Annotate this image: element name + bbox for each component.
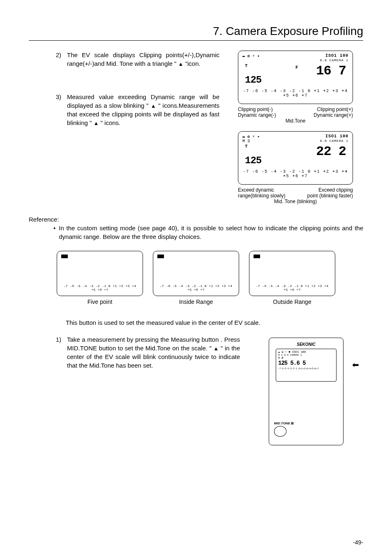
f-label: F — [295, 65, 298, 70]
reference-block: Reference: • In the custom setting mode … — [29, 215, 363, 241]
item-num: 3) — [51, 93, 61, 127]
midtone-button-area: MID.TONE ⊞ — [274, 421, 294, 437]
battery-icon — [254, 255, 260, 258]
iso-label: ISO1 100 — [325, 53, 348, 58]
item-num: 1) — [51, 335, 61, 370]
col-left-1: 2) The EV scale displays Clipping points… — [29, 51, 219, 212]
item-body: Take a measurement by pressing the Measu… — [67, 335, 240, 370]
camera-label: 0.0 CAMERA 1 — [320, 139, 348, 143]
ev-scale: -7 -6 -5 -4 -3 -2 -1 0 +1 +2 +3 +4 +5 +6… — [254, 284, 331, 292]
page-title: 7. Camera Exposure Profiling — [29, 25, 363, 41]
camera-label: 0.0 CAMERA 1 — [320, 58, 348, 62]
row-2: 1) Take a measurement by pressing the Me… — [29, 335, 363, 450]
mini-display-inside-range: -7 -6 -5 -4 -3 -2 -1 0 +1 +2 +3 +4 +5 +6… — [153, 251, 239, 305]
col-right-1: ▬ ✿ ⚡ ✦ ISO1 100 0.0 CAMERA 1 T 125 F 16… — [228, 51, 363, 212]
text: "icon. — [183, 60, 200, 67]
reference-body: • In the custom setting mode (see page 4… — [29, 224, 363, 241]
aperture-val: 22 2 — [316, 144, 346, 166]
item-num: 2) — [51, 51, 61, 68]
lcd-values: T 125 22 2 — [242, 143, 348, 166]
dyn-minus: Dynamic range(-) — [238, 112, 295, 118]
battery-icon — [61, 255, 68, 258]
midtone-button-label: MID.TONE ⊞ — [274, 421, 294, 425]
screen-line: ▬ ✿ ⚡ ■ ISO1 100 — [278, 350, 334, 354]
lcd-icons: ▬ ✿ ⚡ ✦ — [242, 53, 260, 58]
ev-scale: -7 -6 -5 -4 -3 -2 -1 0 +1 +2 +3 +4 +5 +6… — [242, 169, 348, 178]
caption: Inside Range — [153, 299, 239, 305]
triangle-icon: ▲ — [213, 345, 219, 352]
iso-label: ISO1 100 — [325, 134, 348, 139]
device-screen: ▬ ✿ ⚡ ■ ISO1 100 M 1 0.0 CAMERA 1 T F 12… — [276, 349, 337, 382]
screen-line: M 1 0.0 CAMERA 1 — [278, 354, 334, 357]
caption: Five point — [57, 299, 143, 305]
item-body: Measured value exceeding Dynamic range w… — [67, 93, 219, 127]
ev-scale: -7 -6 -5 -4 -3 -2 -1 0 +1 +2 +3 +4 +5 +6… — [61, 284, 138, 292]
clip-plus: Clipping point(+) — [295, 107, 353, 112]
device-drawing: SEKONIC ▬ ✿ ⚡ ■ ISO1 100 M 1 0.0 CAMERA … — [261, 335, 351, 450]
exceed-clip: Exceed clipping — [295, 187, 353, 193]
arrow-left-icon: ⬅ — [352, 360, 359, 370]
lcd2-labels-row2: range(blinking slowly) point (blinking f… — [238, 193, 353, 199]
mid-tone-blinking: Mid. Tone (blinking) — [238, 199, 353, 204]
triangle-icon: ▲ — [151, 103, 157, 109]
page: 7. Camera Exposure Profiling 2) The EV s… — [0, 0, 392, 558]
device-outline: SEKONIC ▬ ✿ ⚡ ■ ISO1 100 M 1 0.0 CAMERA … — [269, 338, 344, 445]
col-right-2: SEKONIC ▬ ✿ ⚡ ■ ISO1 100 M 1 0.0 CAMERA … — [248, 335, 363, 450]
shutter-val: T 125 — [245, 63, 261, 86]
clip-minus: Clipping point(-) — [238, 107, 295, 112]
list-item-3: 3) Measured value exceeding Dynamic rang… — [51, 93, 219, 127]
triangle-icon: ▲ — [178, 61, 184, 67]
device-brand: SEKONIC — [269, 342, 343, 347]
mini-displays-row: -7 -6 -5 -4 -3 -2 -1 0 +1 +2 +3 +4 +5 +6… — [29, 251, 363, 305]
icon-row: ▬ ✿ ⚡ ✦ — [242, 134, 260, 139]
page-number: -49- — [353, 539, 363, 546]
reference-heading: Reference: — [29, 215, 363, 224]
mid-tone-label: Mid.Tone — [238, 118, 353, 124]
row-1: 2) The EV scale displays Clipping points… — [29, 51, 363, 212]
list-item-1b: 1) Take a measurement by pressing the Me… — [51, 335, 240, 370]
list-item-2: 2) The EV scale displays Clipping points… — [51, 51, 219, 68]
reference-text: In the custom setting mode (see page 40)… — [59, 224, 363, 241]
ev-scale: -7 -6 -5 -4 -3 -2 -1 0 +1 +2 +3 +4 +5 +6… — [157, 284, 235, 292]
midtone-button[interactable] — [274, 426, 286, 437]
mini-display-five-point: -7 -6 -5 -4 -3 -2 -1 0 +1 +2 +3 +4 +5 +6… — [57, 251, 143, 305]
lcd-values: T 125 F 16 7 — [242, 63, 348, 86]
exceed-dynamic: Exceed dynamic — [238, 187, 295, 193]
m-line: M 3 — [242, 139, 250, 144]
col-left-2: 1) Take a measurement by pressing the Me… — [51, 335, 240, 450]
caption: Outside Range — [249, 299, 335, 305]
lcd1-labels: Clipping point(-) Clipping point(+) — [238, 107, 353, 112]
bullet-icon: • — [53, 224, 55, 241]
aperture-val: 16 7 — [316, 63, 346, 86]
lcd2-labels: Exceed dynamic Exceed clipping — [238, 187, 353, 193]
shutter-val: T 125 — [245, 144, 261, 166]
triangle-icon: ▲ — [94, 120, 99, 126]
lcd1-labels-row2: Dynamic range(-) Dynamic range(+) — [238, 112, 353, 118]
screen-line: T F — [278, 357, 334, 360]
screen-scale: -7-6-5-4-3-2-1 0+1+2+3+4+5+6+7 — [278, 368, 334, 370]
item-body: The EV scale displays Clipping points(+/… — [67, 51, 219, 68]
lcd-icons: ▬ ✿ ⚡ ✦ M 3 — [242, 134, 260, 144]
exceed-clip-b: point (blinking faster) — [295, 193, 353, 199]
mini-display-outside-range: -7 -6 -5 -4 -3 -2 -1 0 +1 +2 +3 +4 +5 +6… — [249, 251, 335, 305]
battery-icon — [157, 255, 164, 258]
ev-scale: -7 -6 -5 -4 -3 -2 -1 0 +1 +2 +3 +4 +5 +6… — [242, 89, 348, 98]
screen-line: 125 5.6 5 — [278, 360, 334, 366]
dyn-plus: Dynamic range(+) — [295, 112, 353, 118]
lcd-display-2: ▬ ✿ ⚡ ✦ M 3 ISO1 100 0.0 CAMERA 1 T 125 … — [238, 131, 353, 185]
exceed-dynamic-b: range(blinking slowly) — [238, 193, 295, 199]
lcd-display-1: ▬ ✿ ⚡ ✦ ISO1 100 0.0 CAMERA 1 T 125 F 16… — [238, 51, 353, 104]
text: " icons. — [99, 119, 120, 126]
section2-intro: This button is used to set the measured … — [29, 319, 363, 326]
